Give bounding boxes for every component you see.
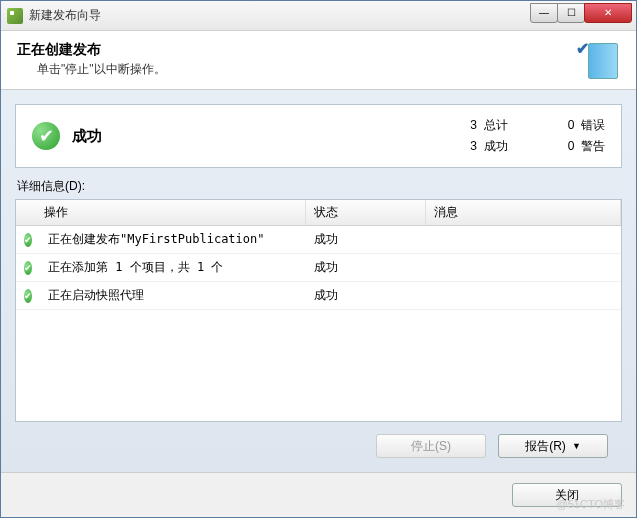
row-status-icon: ✔ bbox=[16, 284, 40, 308]
details-grid[interactable]: 操作 状态 消息 ✔正在创建发布"MyFirstPublication"成功✔正… bbox=[15, 199, 622, 422]
minimize-button[interactable]: — bbox=[530, 3, 558, 23]
stat-total: 3 总计 bbox=[470, 117, 507, 134]
header-panel: 正在创建发布 单击"停止"以中断操作。 ✔ bbox=[1, 31, 636, 90]
stop-button: 停止(S) bbox=[376, 434, 486, 458]
success-icon: ✔ bbox=[32, 122, 60, 150]
close-button[interactable]: 关闭 bbox=[512, 483, 622, 507]
stat-warning: 0 警告 bbox=[568, 138, 605, 155]
window-controls: — ☐ ✕ bbox=[531, 3, 632, 23]
page-subtitle: 单击"停止"以中断操作。 bbox=[37, 61, 580, 78]
row-message bbox=[426, 263, 621, 273]
col-status[interactable]: 状态 bbox=[306, 200, 426, 225]
col-operation[interactable]: 操作 bbox=[16, 200, 306, 225]
row-status: 成功 bbox=[306, 226, 426, 253]
stat-success: 3 成功 bbox=[470, 138, 507, 155]
grid-header: 操作 状态 消息 bbox=[16, 200, 621, 226]
table-row[interactable]: ✔正在添加第 1 个项目，共 1 个成功 bbox=[16, 254, 621, 282]
close-window-button[interactable]: ✕ bbox=[584, 3, 632, 23]
row-operation: 正在启动快照代理 bbox=[40, 282, 306, 309]
row-operation: 正在添加第 1 个项目，共 1 个 bbox=[40, 254, 306, 281]
stat-error: 0 错误 bbox=[568, 117, 605, 134]
row-message bbox=[426, 235, 621, 245]
details-label: 详细信息(D): bbox=[17, 178, 620, 195]
maximize-button[interactable]: ☐ bbox=[557, 3, 585, 23]
row-operation: 正在创建发布"MyFirstPublication" bbox=[40, 226, 306, 253]
row-message bbox=[426, 291, 621, 301]
report-button-label: 报告(R) bbox=[525, 438, 566, 455]
book-icon bbox=[588, 43, 618, 79]
titlebar[interactable]: 新建发布向导 — ☐ ✕ bbox=[1, 1, 636, 31]
row-status-icon: ✔ bbox=[16, 228, 40, 252]
app-icon bbox=[7, 8, 23, 24]
table-row[interactable]: ✔正在创建发布"MyFirstPublication"成功 bbox=[16, 226, 621, 254]
row-status: 成功 bbox=[306, 282, 426, 309]
footer: 关闭 bbox=[1, 472, 636, 517]
content-area: ✔ 成功 3 总计 3 成功 0 错误 0 警告 详细信息(D): 操作 状态 … bbox=[1, 90, 636, 472]
row-status-icon: ✔ bbox=[16, 256, 40, 280]
col-message[interactable]: 消息 bbox=[426, 200, 621, 225]
dropdown-icon: ▼ bbox=[572, 441, 581, 451]
report-button[interactable]: 报告(R) ▼ bbox=[498, 434, 608, 458]
table-row[interactable]: ✔正在启动快照代理成功 bbox=[16, 282, 621, 310]
summary-box: ✔ 成功 3 总计 3 成功 0 错误 0 警告 bbox=[15, 104, 622, 168]
action-buttons: 停止(S) 报告(R) ▼ bbox=[15, 422, 622, 458]
wizard-window: 新建发布向导 — ☐ ✕ 正在创建发布 单击"停止"以中断操作。 ✔ ✔ 成功 … bbox=[0, 0, 637, 518]
page-title: 正在创建发布 bbox=[17, 41, 580, 59]
window-title: 新建发布向导 bbox=[29, 7, 531, 24]
summary-status: 成功 bbox=[72, 127, 470, 146]
row-status: 成功 bbox=[306, 254, 426, 281]
header-graphic: ✔ bbox=[580, 41, 620, 81]
